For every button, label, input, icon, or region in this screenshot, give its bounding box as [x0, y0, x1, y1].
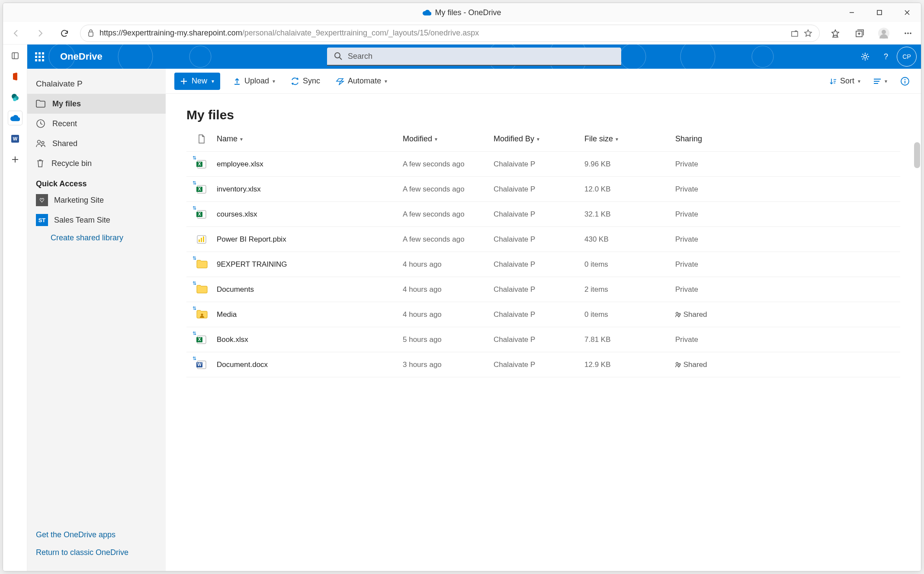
svg-rect-55 — [199, 239, 200, 242]
column-modified-by[interactable]: Modified By ▾ — [494, 134, 584, 144]
file-sharing: Shared — [675, 360, 900, 369]
file-icon — [198, 134, 205, 144]
column-modified[interactable]: Modified ▾ — [403, 134, 494, 144]
svg-point-36 — [42, 141, 44, 144]
svg-rect-57 — [203, 236, 204, 242]
tab-actions-icon[interactable] — [8, 49, 22, 63]
account-avatar[interactable]: CP — [897, 47, 917, 67]
file-modified-by: Chalaivate P — [494, 335, 584, 344]
back-button[interactable] — [7, 25, 25, 42]
svg-point-27 — [620, 45, 646, 69]
site-info-icon[interactable] — [87, 29, 94, 37]
automate-button[interactable]: Automate ▾ — [333, 73, 390, 90]
svg-point-35 — [38, 140, 41, 144]
collections-icon[interactable] — [851, 25, 868, 42]
sort-label: Sort — [840, 77, 854, 86]
favorite-icon[interactable] — [804, 29, 812, 38]
table-row[interactable]: ⇅Xcourses.xlsxA few seconds agoChalaivat… — [186, 202, 900, 227]
file-modified: A few seconds ago — [403, 210, 494, 219]
sidebar-item-recent[interactable]: Recent — [27, 114, 166, 134]
svg-point-29 — [752, 46, 773, 67]
tab-word-icon[interactable]: W — [8, 132, 22, 146]
sort-button[interactable]: Sort ▾ — [827, 73, 863, 90]
sidebar-item-shared[interactable]: Shared — [27, 134, 166, 153]
site-label: Marketing Site — [54, 196, 104, 205]
file-name[interactable]: employee.xlsx — [217, 160, 403, 169]
titlebar: My files - OneDrive — [3, 3, 921, 22]
new-tab-button[interactable] — [8, 153, 22, 166]
file-name[interactable]: 9EXPERT TRAINING — [217, 260, 403, 269]
file-modified-by: Chalaivate P — [494, 160, 584, 169]
column-name[interactable]: Name ▾ — [217, 134, 403, 144]
sidebar-item-my-files[interactable]: My files — [27, 94, 166, 114]
file-sharing: Private — [675, 285, 900, 294]
reload-button[interactable] — [56, 25, 73, 42]
upload-icon — [233, 77, 241, 85]
file-name[interactable]: Media — [217, 310, 403, 319]
table-row[interactable]: Power BI Report.pbixA few seconds agoCha… — [186, 227, 900, 252]
classic-onedrive-link[interactable]: Return to classic OneDrive — [36, 544, 157, 561]
automate-label: Automate — [348, 77, 381, 86]
sync-overlay-icon: ⇅ — [192, 306, 196, 311]
extensions-icon[interactable] — [791, 29, 799, 37]
search-icon — [334, 52, 343, 61]
svg-point-24 — [189, 46, 211, 67]
maximize-button[interactable] — [866, 3, 893, 22]
tab-onedrive-icon[interactable] — [8, 111, 22, 125]
column-icon — [186, 134, 217, 144]
search-input[interactable]: Search — [327, 48, 621, 66]
help-button[interactable]: ? — [876, 47, 896, 67]
sidebar-item-recycle-bin[interactable]: Recycle bin — [27, 153, 166, 173]
menu-icon[interactable] — [899, 25, 917, 42]
column-sharing[interactable]: Sharing — [675, 134, 900, 144]
file-size: 0 items — [584, 310, 675, 319]
sidebar-site-sales[interactable]: ST Sales Team Site — [27, 210, 166, 230]
tab-sharepoint-icon[interactable] — [8, 90, 22, 104]
table-row[interactable]: ⇅Documents4 hours agoChalaivate P2 items… — [186, 277, 900, 302]
svg-rect-4 — [89, 32, 93, 36]
table-row[interactable]: ⇅Media4 hours agoChalaivate P0 items Sha… — [186, 302, 900, 327]
view-button[interactable]: ▾ — [871, 73, 890, 90]
site-logo: ST — [36, 214, 48, 226]
plus-icon — [180, 78, 187, 85]
recycle-icon — [36, 159, 45, 168]
info-button[interactable] — [898, 73, 912, 90]
profile-icon[interactable] — [875, 25, 892, 42]
svg-rect-5 — [792, 32, 798, 36]
shared-icon — [36, 139, 45, 148]
upload-button[interactable]: Upload ▾ — [231, 73, 278, 90]
table-row[interactable]: ⇅Xinventory.xlsxA few seconds agoChalaiv… — [186, 177, 900, 202]
vertical-scrollbar[interactable] — [914, 142, 920, 168]
forward-button[interactable] — [32, 25, 49, 42]
url-bar[interactable]: https://9experttraining-my.sharepoint.co… — [80, 25, 820, 42]
file-name[interactable]: Power BI Report.pbix — [217, 235, 403, 244]
file-name[interactable]: Documents — [217, 285, 403, 294]
minimize-button[interactable] — [838, 3, 866, 22]
favorites-bar-icon[interactable] — [827, 25, 844, 42]
sidebar-site-marketing[interactable]: ♡ Marketing Site — [27, 190, 166, 210]
get-apps-link[interactable]: Get the OneDrive apps — [36, 526, 157, 544]
table-row[interactable]: ⇅XBook.xlsx5 hours agoChalaivate P7.81 K… — [186, 327, 900, 352]
file-name[interactable]: Book.xlsx — [217, 335, 403, 344]
sidebar-user-name: Chalaivate P — [27, 74, 166, 94]
table-row[interactable]: ⇅Xemployee.xlsxA few seconds agoChalaiva… — [186, 152, 900, 177]
table-row[interactable]: ⇅WDocument.docx3 hours agoChalaivate P12… — [186, 352, 900, 377]
close-button[interactable] — [893, 3, 921, 22]
file-size: 12.0 KB — [584, 185, 675, 194]
file-type-icon: ⇅ — [196, 259, 207, 270]
file-name[interactable]: courses.xlsx — [217, 210, 403, 219]
svg-point-68 — [679, 364, 680, 365]
tab-office-icon[interactable] — [8, 70, 22, 83]
sync-button[interactable]: Sync — [288, 73, 323, 90]
create-shared-library-link[interactable]: Create shared library — [27, 230, 166, 246]
new-button[interactable]: New ▾ — [174, 73, 220, 90]
svg-point-30 — [335, 53, 340, 58]
settings-button[interactable] — [855, 47, 875, 67]
file-name[interactable]: inventory.xlsx — [217, 185, 403, 194]
column-size[interactable]: File size ▾ — [584, 134, 675, 144]
file-size: 0 items — [584, 260, 675, 269]
file-name[interactable]: Document.docx — [217, 360, 403, 369]
table-row[interactable]: ⇅9EXPERT TRAINING4 hours agoChalaivate P… — [186, 252, 900, 277]
file-sharing: Private — [675, 210, 900, 219]
file-type-icon: ⇅X — [196, 184, 207, 195]
